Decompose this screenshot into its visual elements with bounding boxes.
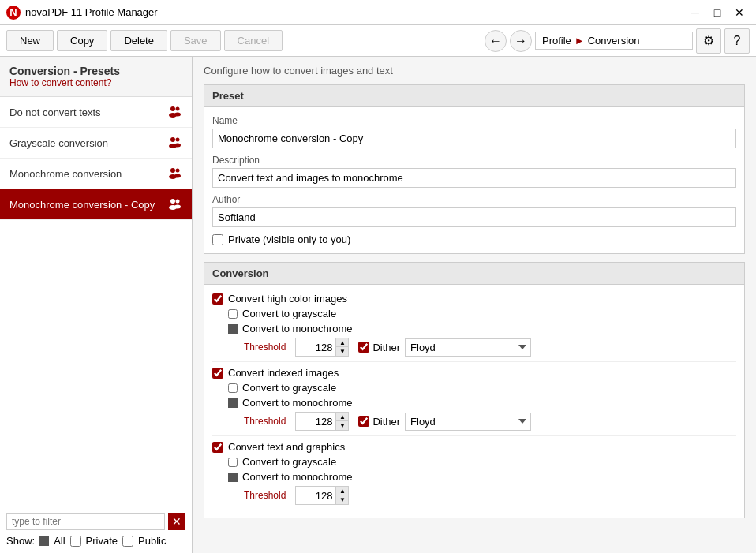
- app-logo: N: [6, 6, 21, 20]
- indexed-mono-label: Convert to monochrome: [242, 397, 352, 409]
- floyd-select-2[interactable]: Floyd: [405, 413, 531, 431]
- name-input[interactable]: [212, 129, 736, 148]
- private-checkbox-row: Private (visible only to you): [212, 234, 736, 245]
- breadcrumb: Profile ► Conversion: [535, 32, 693, 50]
- threshold-label-2: Threshold: [244, 416, 286, 427]
- threshold-up-1[interactable]: ▲: [335, 338, 348, 347]
- svg-point-6: [170, 137, 175, 142]
- show-row: Show: All Private Public: [6, 535, 185, 547]
- indexed-row: Convert indexed images: [212, 367, 736, 379]
- description-field-group: Description: [212, 155, 736, 188]
- text-grayscale-checkbox[interactable]: [228, 458, 238, 467]
- name-label: Name: [212, 115, 736, 126]
- breadcrumb-page: Conversion: [588, 35, 640, 47]
- svg-point-16: [176, 200, 180, 204]
- help-button[interactable]: ?: [724, 28, 750, 54]
- threshold-input-3[interactable]: [296, 488, 335, 503]
- author-input[interactable]: [212, 207, 736, 227]
- high-color-sub: Convert to grayscale Convert to monochro…: [228, 308, 736, 357]
- cancel-button[interactable]: Cancel: [224, 30, 283, 51]
- window-title: novaPDF 11 Profile Manager: [25, 6, 158, 18]
- sidebar-item-monochrome[interactable]: Monochrome conversion: [0, 159, 192, 189]
- show-public-label: Public: [138, 535, 166, 547]
- dither-checkbox-2[interactable]: [358, 416, 369, 427]
- svg-text:N: N: [9, 6, 17, 18]
- sidebar-question-link[interactable]: How to convert content?: [9, 77, 182, 88]
- show-label: Show:: [6, 535, 35, 547]
- description-input[interactable]: [212, 168, 736, 188]
- text-grayscale-row: Convert to grayscale: [228, 456, 736, 468]
- floyd-select-1[interactable]: Floyd: [405, 338, 531, 357]
- text-graphics-sub: Convert to grayscale Convert to monochro…: [228, 456, 736, 505]
- sidebar-item-monochrome-copy[interactable]: Monochrome conversion - Copy: [0, 189, 192, 220]
- close-button[interactable]: ✕: [729, 4, 750, 21]
- threshold-input-1[interactable]: [296, 340, 335, 355]
- threshold-down-1[interactable]: ▼: [335, 347, 348, 356]
- sidebar-item-label: Grayscale conversion: [9, 137, 108, 149]
- high-grayscale-row: Convert to grayscale: [228, 308, 736, 319]
- high-color-checkbox[interactable]: [212, 293, 223, 305]
- threshold-input-wrap-3: ▲ ▼: [295, 486, 349, 505]
- threshold-input-wrap-1: ▲ ▼: [295, 338, 349, 357]
- sidebar-title: Conversion - Presets: [9, 65, 182, 77]
- maximize-button[interactable]: □: [707, 4, 728, 21]
- svg-point-9: [174, 144, 181, 148]
- private-checkbox[interactable]: [212, 234, 223, 245]
- author-label: Author: [212, 194, 736, 205]
- title-bar: N novaPDF 11 Profile Manager ─ □ ✕: [0, 0, 756, 25]
- threshold-up-3[interactable]: ▲: [335, 487, 348, 495]
- dither-label-1: Dither: [372, 342, 400, 353]
- people-icon-3: [167, 166, 182, 181]
- indexed-label: Convert indexed images: [228, 367, 339, 379]
- minimize-button[interactable]: ─: [685, 4, 705, 21]
- svg-point-8: [176, 138, 180, 142]
- text-mono-square: [228, 473, 238, 482]
- text-graphics-label: Convert text and graphics: [228, 441, 345, 453]
- threshold-spinners-1: ▲ ▼: [335, 338, 348, 356]
- filter-clear-button[interactable]: ✕: [168, 513, 185, 530]
- conversion-section: Conversion Convert high color images Con…: [204, 262, 745, 518]
- people-icon-2: [167, 135, 182, 151]
- text-mono-row: Convert to monochrome: [228, 471, 736, 483]
- sidebar-item-no-convert[interactable]: Do not convert texts: [0, 97, 192, 128]
- text-graphics-row: Convert text and graphics: [212, 441, 736, 453]
- dither-checkbox-1[interactable]: [358, 342, 369, 353]
- sidebar-item-label: Monochrome conversion - Copy: [9, 199, 155, 211]
- sidebar-item-grayscale[interactable]: Grayscale conversion: [0, 128, 192, 159]
- copy-button[interactable]: Copy: [57, 30, 107, 51]
- text-grayscale-label: Convert to grayscale: [242, 456, 336, 468]
- sidebar-items: Do not convert texts Grayscale conversio…: [0, 97, 192, 506]
- back-button[interactable]: ←: [485, 30, 507, 52]
- main-layout: Conversion - Presets How to convert cont…: [0, 57, 756, 553]
- indexed-grayscale-label: Convert to grayscale: [242, 382, 336, 394]
- indexed-grayscale-checkbox[interactable]: [228, 383, 238, 393]
- settings-button[interactable]: ⚙: [696, 28, 721, 54]
- divider-2: [212, 435, 736, 436]
- text-mono-label: Convert to monochrome: [242, 471, 352, 483]
- threshold-up-2[interactable]: ▲: [335, 413, 348, 421]
- threshold-down-3[interactable]: ▼: [335, 495, 348, 504]
- filter-input[interactable]: [6, 513, 165, 530]
- forward-button[interactable]: →: [510, 30, 532, 52]
- sidebar-footer: ✕ Show: All Private Public: [0, 506, 192, 553]
- high-mono-square: [228, 324, 238, 334]
- save-button[interactable]: Save: [170, 30, 221, 51]
- people-icon-4: [167, 196, 182, 212]
- conversion-body: Convert high color images Convert to gra…: [204, 285, 744, 518]
- new-button[interactable]: New: [6, 30, 54, 51]
- indexed-checkbox[interactable]: [212, 368, 223, 379]
- threshold-row-2: Threshold ▲ ▼ Dither: [244, 412, 736, 431]
- delete-button[interactable]: Delete: [110, 30, 167, 51]
- show-private-label: Private: [86, 535, 118, 547]
- show-all-square: [39, 536, 49, 546]
- high-grayscale-checkbox[interactable]: [228, 309, 238, 319]
- dither-check-1: Dither: [358, 342, 400, 353]
- threshold-down-2[interactable]: ▼: [335, 421, 348, 430]
- preset-section: Preset Name Description Author Private (…: [204, 84, 745, 254]
- name-field-group: Name: [212, 115, 736, 148]
- show-private-checkbox[interactable]: [70, 536, 81, 547]
- svg-point-4: [176, 107, 180, 111]
- text-graphics-checkbox[interactable]: [212, 442, 223, 453]
- threshold-input-2[interactable]: [296, 414, 335, 429]
- show-public-checkbox[interactable]: [122, 536, 133, 547]
